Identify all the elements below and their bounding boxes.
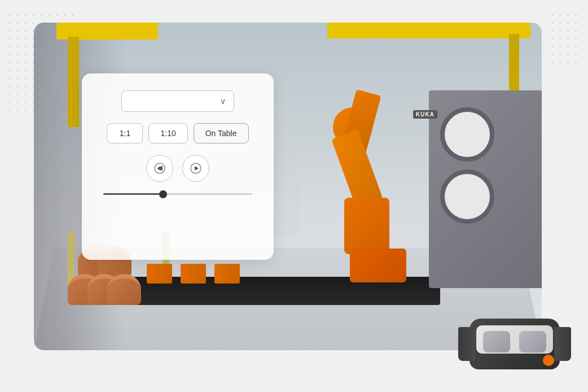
chevron-down-icon: ∨: [220, 97, 226, 106]
vr-strap-left: [458, 327, 475, 361]
page-container: KUKA ∨ 1:1 1:10 On Table: [0, 0, 588, 392]
simulation-dropdown[interactable]: ∨: [121, 90, 234, 112]
play-button[interactable]: [182, 155, 209, 182]
robot-body: [344, 198, 389, 254]
scale-buttons-group: 1:1 1:10 On Table: [107, 123, 248, 143]
vr-headset: [458, 296, 571, 386]
timeline-track[interactable]: [103, 193, 252, 195]
robot-arm-lower: [331, 129, 383, 208]
playback-controls: [146, 155, 209, 182]
rewind-icon: [154, 163, 165, 174]
timeline-thumb[interactable]: [159, 190, 167, 198]
vr-lens-left: [483, 331, 510, 352]
timeline-container: [98, 193, 258, 195]
cylinder-3: [107, 274, 141, 305]
rewind-button[interactable]: [146, 155, 173, 182]
dropdown-container: ∨: [98, 90, 258, 112]
robot-base: [350, 249, 406, 282]
scale-on-table-button[interactable]: On Table: [194, 123, 249, 143]
vr-strap-right: [554, 327, 571, 361]
machine-right: [429, 90, 542, 288]
orange-block-1: [147, 264, 172, 284]
svg-rect-2: [161, 166, 163, 171]
scale-1-1-button[interactable]: 1:1: [107, 123, 143, 143]
orange-block-3: [214, 264, 240, 284]
orange-block-2: [181, 264, 206, 284]
timeline-fill: [103, 193, 163, 195]
play-icon: [190, 163, 201, 174]
vr-lens-right: [519, 331, 546, 352]
dot-grid-right: [548, 11, 582, 68]
scale-1-10-button[interactable]: 1:10: [148, 123, 187, 143]
control-panel: ∨ 1:1 1:10 On Table: [82, 73, 274, 260]
kuka-label: KUKA: [413, 110, 437, 119]
vr-orange-dot: [543, 355, 554, 366]
